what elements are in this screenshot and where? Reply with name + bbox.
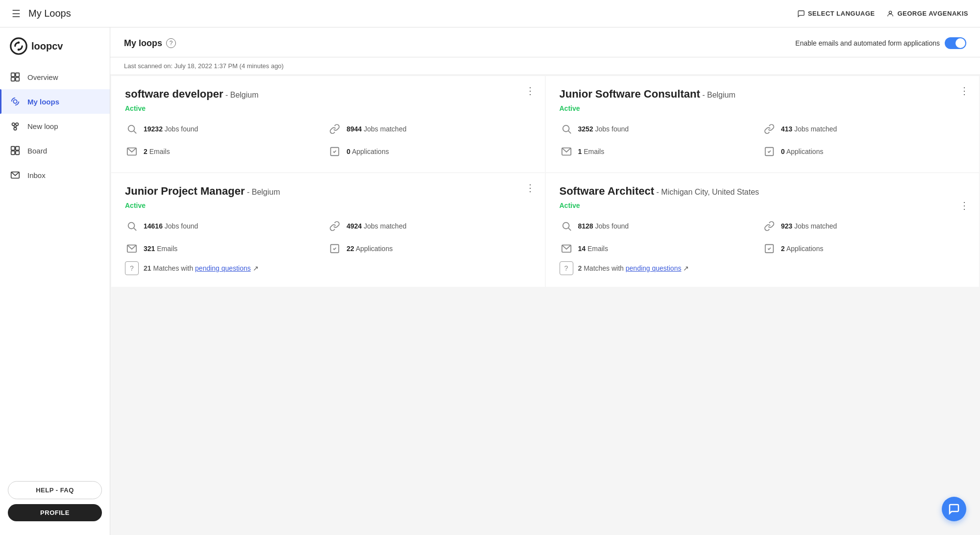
search-icon: [125, 122, 139, 136]
sidebar-item-new-loop[interactable]: New loop: [0, 114, 110, 138]
apply-icon: [762, 145, 776, 158]
card-3-menu-button[interactable]: ⋮: [525, 183, 535, 193]
card-3-pending: ? 21 Matches with pending questions ↗: [125, 261, 531, 275]
card-1-menu-button[interactable]: ⋮: [525, 86, 535, 96]
pending-questions-link-4[interactable]: pending questions: [626, 264, 682, 272]
card-4-jobs-matched: 923 Jobs matched: [762, 217, 965, 235]
card-2-status: Active: [560, 104, 966, 112]
content-title: My loops: [124, 38, 162, 49]
card-3-status: Active: [125, 202, 531, 209]
card-4-title: Software Architect - Michigan City, Unit…: [560, 185, 952, 198]
sidebar-item-new-loop-label: New loop: [27, 122, 58, 130]
sidebar-bottom: HELP - FAQ PROFILE: [0, 473, 110, 529]
menu-icon[interactable]: ☰: [12, 8, 21, 20]
question-icon: ?: [125, 261, 139, 275]
card-4-stats: 8128 Jobs found 923 Jobs matched 14 Emai…: [560, 217, 966, 257]
chat-icon: [797, 10, 805, 18]
help-faq-button[interactable]: HELP - FAQ: [8, 481, 102, 499]
new-loop-icon: [10, 121, 21, 131]
user-menu-button[interactable]: GEORGE AVGENAKIS: [886, 10, 968, 18]
layout: loopcv Overview My loops New loop: [0, 27, 980, 535]
search-icon: [560, 122, 573, 136]
topbar-right: SELECT LANGUAGE GEORGE AVGENAKIS: [797, 10, 968, 18]
card-2-title: Junior Software Consultant - Belgium: [560, 88, 966, 101]
pending-questions-link[interactable]: pending questions: [195, 264, 251, 272]
card-4-emails: 14 Emails: [560, 240, 762, 257]
card-3-jobs-found: 14616 Jobs found: [125, 217, 328, 235]
content-header-left: My loops ?: [124, 38, 176, 49]
search-icon: [125, 219, 139, 233]
sidebar-item-overview[interactable]: Overview: [0, 65, 110, 89]
sidebar-item-my-loops[interactable]: My loops: [0, 89, 110, 114]
sidebar: loopcv Overview My loops New loop: [0, 27, 110, 535]
email-icon: [125, 242, 139, 255]
link-icon: [762, 219, 776, 233]
loop-card-2: ⋮ Junior Software Consultant - Belgium A…: [546, 76, 980, 172]
email-icon: [560, 145, 573, 158]
select-language-label: SELECT LANGUAGE: [808, 10, 875, 17]
card-3-title: Junior Project Manager - Belgium: [125, 185, 531, 198]
svg-rect-17: [16, 151, 19, 154]
last-scanned-bar: Last scanned on: July 18, 2022 1:37 PM (…: [110, 57, 980, 75]
card-1-emails: 2 Emails: [125, 143, 328, 160]
logo-text: loopcv: [31, 41, 63, 52]
apply-icon: [328, 242, 342, 255]
svg-line-12: [13, 126, 15, 127]
sidebar-item-board-label: Board: [27, 147, 47, 155]
profile-button[interactable]: PROFILE: [8, 504, 102, 521]
card-1-stats: 19232 Jobs found 8944 Jobs matched 2 Ema…: [125, 120, 531, 160]
card-2-applications: 0 Applications: [762, 143, 965, 160]
svg-rect-4: [11, 73, 15, 76]
card-4-menu-button[interactable]: ⋮: [959, 201, 969, 210]
svg-rect-15: [16, 147, 19, 150]
loop-card-3: ⋮ Junior Project Manager - Belgium Activ…: [111, 173, 545, 287]
email-icon: [560, 242, 573, 255]
enable-toggle[interactable]: [945, 37, 966, 49]
svg-rect-7: [16, 77, 19, 81]
link-icon: [328, 219, 342, 233]
search-icon: [560, 219, 573, 233]
apply-icon: [328, 145, 342, 158]
sidebar-item-inbox[interactable]: Inbox: [0, 163, 110, 187]
user-name-label: GEORGE AVGENAKIS: [897, 10, 968, 17]
svg-point-10: [16, 123, 18, 126]
svg-line-28: [134, 228, 136, 230]
board-icon: [10, 145, 21, 156]
chat-support-button[interactable]: [942, 497, 966, 521]
svg-point-23: [563, 126, 569, 132]
link-icon: [762, 122, 776, 136]
card-1-title: software developer - Belgium: [125, 88, 531, 101]
loop-card-1: ⋮ software developer - Belgium Active 19…: [111, 76, 545, 172]
select-language-button[interactable]: SELECT LANGUAGE: [797, 10, 875, 18]
question-icon: ?: [560, 261, 573, 275]
sidebar-item-board[interactable]: Board: [0, 138, 110, 163]
svg-rect-6: [11, 77, 15, 81]
sidebar-item-overview-label: Overview: [27, 73, 58, 81]
sidebar-item-my-loops-label: My loops: [27, 98, 59, 106]
svg-point-11: [14, 127, 17, 130]
card-2-emails: 1 Emails: [560, 143, 762, 160]
logo-icon: [10, 37, 27, 55]
svg-line-32: [568, 228, 571, 230]
svg-line-20: [134, 131, 136, 133]
card-1-applications: 0 Applications: [328, 143, 531, 160]
svg-line-13: [15, 126, 17, 127]
svg-rect-5: [16, 73, 19, 76]
inbox-icon: [10, 170, 21, 180]
sidebar-item-inbox-label: Inbox: [27, 171, 46, 179]
card-3-stats: 14616 Jobs found 4924 Jobs matched 321 E…: [125, 217, 531, 257]
my-loops-icon: [10, 96, 21, 107]
svg-point-27: [128, 223, 135, 229]
svg-point-19: [128, 126, 135, 132]
topbar-left: ☰ My Loops: [12, 8, 71, 20]
card-2-jobs-matched: 413 Jobs matched: [762, 120, 965, 138]
card-2-menu-button[interactable]: ⋮: [959, 86, 969, 96]
main-content: My loops ? Enable emails and automated f…: [110, 27, 980, 535]
card-1-jobs-matched: 8944 Jobs matched: [328, 120, 531, 138]
card-4-jobs-found: 8128 Jobs found: [560, 217, 762, 235]
help-circle-icon[interactable]: ?: [166, 38, 176, 48]
card-3-jobs-matched: 4924 Jobs matched: [328, 217, 531, 235]
toggle-label: Enable emails and automated form applica…: [795, 39, 940, 47]
svg-rect-14: [11, 147, 15, 150]
svg-point-31: [563, 223, 569, 229]
